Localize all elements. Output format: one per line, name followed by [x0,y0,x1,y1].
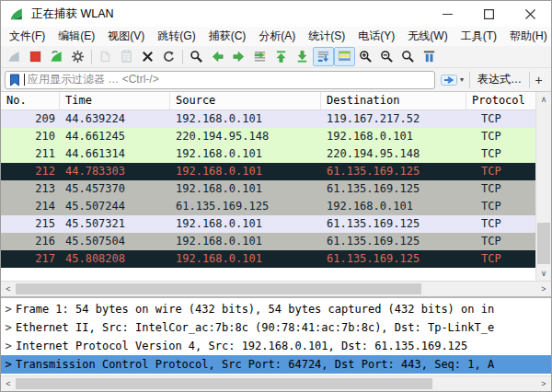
menu-go[interactable]: 跳转(G) [151,27,201,46]
menu-file[interactable]: 文件(F) [3,27,52,46]
cell-time: 44.783303 [60,163,170,180]
apply-filter-button[interactable]: ▾ [439,74,466,86]
packet-row[interactable]: 209 44.639224 192.168.0.101 119.167.217.… [1,110,535,128]
expression-button[interactable]: 表达式… [469,72,529,88]
menu-telephony[interactable]: 电话(Y) [351,27,401,46]
toolbar-separator [182,50,183,64]
packet-row[interactable]: 210 44.661245 220.194.95.148 192.168.0.1… [1,128,535,145]
capture-options-button[interactable] [67,47,88,66]
expander-icon[interactable]: > [1,337,16,355]
auto-scroll-button[interactable] [313,47,334,66]
cell-destination: 119.167.217.52 [321,110,466,128]
shark-fin-icon [7,50,21,63]
menu-statistics[interactable]: 统计(S) [302,27,351,46]
close-file-icon [141,50,155,63]
detail-text: Transmission Control Protocol, Src Port:… [16,355,551,374]
expander-icon[interactable]: > [1,355,16,374]
go-to-packet-button[interactable] [249,47,270,66]
add-filter-button[interactable]: + [529,72,547,88]
save-file-button[interactable] [116,47,137,66]
start-capture-button[interactable] [4,47,25,66]
scroll-left-arrow[interactable]: < [1,376,16,391]
close-file-button[interactable] [137,47,158,66]
wireshark-window: 正在捕获 WLAN 文件(F) 编辑(E) 视图(V) 跳转(G) 捕获(C) … [0,0,552,392]
menu-help[interactable]: 帮助(H) [503,27,552,46]
maximize-button[interactable] [468,1,510,27]
packet-row[interactable]: 216 45.507504 192.168.0.101 61.135.169.1… [1,233,535,250]
cell-protocol: TCP [466,163,535,180]
window-title: 正在捕获 WLAN [31,6,114,22]
hscroll-thumb[interactable] [16,378,432,389]
scroll-left-arrow[interactable]: < [1,282,16,296]
scroll-right-arrow[interactable]: > [536,282,551,296]
stop-capture-button[interactable] [25,47,46,66]
resize-columns-button[interactable] [419,47,440,66]
packet-list-vscrollbar[interactable]: ∧ ∨ [535,92,551,281]
menu-analyze[interactable]: 分析(A) [252,27,302,46]
display-filter-input[interactable]: 应用显示过滤器 … <Ctrl-/> [5,71,435,89]
vscroll-track[interactable] [536,107,551,266]
go-back-button[interactable] [207,47,228,66]
go-to-packet-icon [253,50,267,63]
column-header-protocol[interactable]: Protocol [466,92,535,110]
reload-icon [162,50,176,63]
first-packet-button[interactable] [270,47,292,66]
detail-line-tcp[interactable]: > Transmission Control Protocol, Src Por… [1,355,551,374]
expander-icon[interactable]: > [1,300,16,318]
open-file-button[interactable] [95,47,116,66]
last-packet-button[interactable] [292,47,313,66]
zoom-out-icon [380,50,394,63]
hscroll-track[interactable] [16,376,536,391]
menu-bar: 文件(F) 编辑(E) 视图(V) 跳转(G) 捕获(C) 分析(A) 统计(S… [1,27,551,46]
minimize-button[interactable] [427,1,468,27]
scroll-down-arrow[interactable]: ∨ [536,266,551,281]
cell-protocol: TCP [466,180,535,198]
find-packet-button[interactable] [186,47,207,66]
apply-dropdown-caret[interactable]: ▾ [460,75,464,84]
menu-edit[interactable]: 编辑(E) [52,27,101,46]
packet-row[interactable]: 213 45.457370 192.168.0.101 61.135.169.1… [1,180,535,198]
colorize-button[interactable] [334,47,355,66]
arrow-up-bar-icon [274,50,288,63]
vscroll-thumb[interactable] [537,223,550,264]
go-forward-button[interactable] [228,47,249,66]
close-button[interactable] [510,1,551,27]
cell-source: 192.168.0.101 [170,145,321,163]
detail-line-ethernet[interactable]: > Ethernet II, Src: IntelCor_ac:7b:8c (9… [1,318,551,337]
zoom-in-button[interactable] [355,47,376,66]
text-caret [24,74,25,86]
restart-capture-button[interactable] [46,47,67,66]
packet-row[interactable]: 215 45.507321 192.168.0.101 61.135.169.1… [1,215,535,233]
detail-line-ip[interactable]: > Internet Protocol Version 4, Src: 192.… [1,337,551,355]
cell-time: 44.661314 [60,145,170,163]
filter-placeholder: 应用显示过滤器 … <Ctrl-/> [28,72,159,87]
scroll-up-arrow[interactable]: ∧ [536,92,551,107]
open-file-icon [98,50,112,63]
scroll-right-arrow[interactable]: > [536,376,551,391]
menu-wireless[interactable]: 无线(W) [401,27,454,46]
packet-row[interactable]: 217 45.808208 192.168.0.101 61.135.169.1… [1,250,535,268]
reload-button[interactable] [158,47,179,66]
menu-capture[interactable]: 捕获(C) [202,27,253,46]
hscroll-track[interactable] [16,282,536,296]
packet-row[interactable]: 211 44.661314 192.168.0.101 220.194.95.1… [1,145,535,163]
column-header-no[interactable]: No. [1,92,60,110]
cell-source: 192.168.0.101 [170,163,321,180]
packet-row[interactable]: 214 45.507244 61.135.169.125 192.168.0.1… [1,198,535,215]
column-header-source[interactable]: Source [170,92,321,110]
detail-line-frame[interactable]: > Frame 1: 54 bytes on wire (432 bits), … [1,300,551,318]
column-header-destination[interactable]: Destination [321,92,466,110]
menu-view[interactable]: 视图(V) [101,27,151,46]
zoom-out-button[interactable] [376,47,397,66]
packet-list-hscrollbar[interactable]: < > [1,281,551,296]
detail-pane-hscrollbar[interactable]: < > [1,375,551,391]
zoom-original-button[interactable] [397,47,419,66]
cell-destination: 61.135.169.125 [321,233,466,250]
hscroll-thumb[interactable] [16,283,421,294]
filter-bar: 应用显示过滤器 … <Ctrl-/> ▾ 表达式… + [1,68,551,92]
menu-tools[interactable]: 工具(T) [454,27,503,46]
packet-row[interactable]: 212 44.783303 192.168.0.101 61.135.169.1… [1,163,535,180]
expander-icon[interactable]: > [1,318,16,337]
bookmark-icon[interactable] [9,74,20,86]
column-header-time[interactable]: Time [60,92,170,110]
